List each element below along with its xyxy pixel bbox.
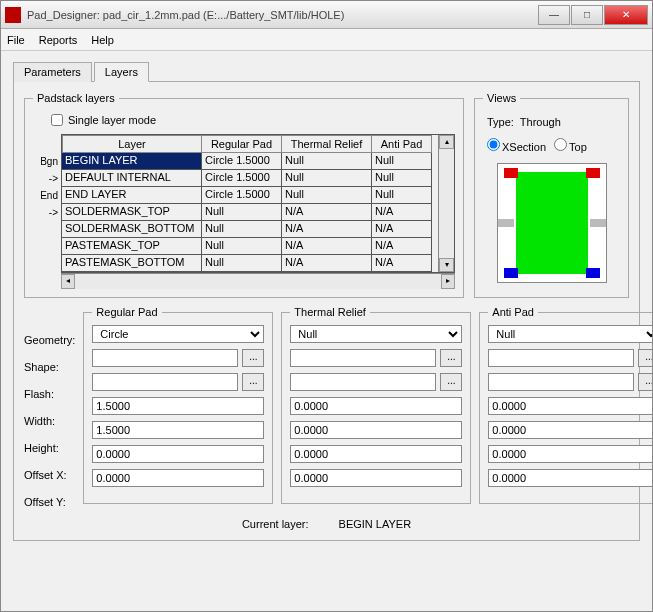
thermal-width-input[interactable]: [290, 397, 462, 415]
single-layer-checkbox[interactable]: Single layer mode: [51, 114, 455, 126]
scroll-up-icon[interactable]: ▴: [439, 135, 454, 149]
regular-width-input[interactable]: [92, 397, 264, 415]
thermal-shape-input[interactable]: [290, 349, 436, 367]
tabs: Parameters Layers: [13, 62, 640, 82]
regular-flash-input[interactable]: [92, 373, 238, 391]
regular-height-input[interactable]: [92, 421, 264, 439]
titlebar: Pad_Designer: pad_cir_1.2mm.pad (E:.../B…: [1, 1, 652, 29]
menubar: File Reports Help: [1, 29, 652, 51]
minimize-button[interactable]: —: [538, 5, 570, 25]
thermal-relief-group: Thermal Relief Null ... ...: [281, 306, 471, 504]
anti-offy-input[interactable]: [488, 469, 652, 487]
regular-shape-browse[interactable]: ...: [242, 349, 264, 367]
scroll-left-icon[interactable]: ◂: [61, 274, 75, 289]
scroll-down-icon[interactable]: ▾: [439, 258, 454, 272]
xsection-preview: [497, 163, 607, 283]
row-labels: Bgn -> End ->: [33, 134, 61, 273]
grid-headers: Layer Regular Pad Thermal Relief Anti Pa…: [62, 135, 438, 153]
table-row[interactable]: SOLDERMASK_BOTTOMNullN/AN/A: [62, 221, 438, 238]
window-title: Pad_Designer: pad_cir_1.2mm.pad (E:.../B…: [27, 9, 538, 21]
app-icon: [5, 7, 21, 23]
views-group: Views Type: Through XSection Top: [474, 92, 629, 298]
thermal-height-input[interactable]: [290, 421, 462, 439]
horizontal-scrollbar[interactable]: ◂ ▸: [61, 273, 455, 289]
tab-parameters[interactable]: Parameters: [13, 62, 92, 82]
anti-width-input[interactable]: [488, 397, 652, 415]
menu-reports[interactable]: Reports: [39, 34, 78, 46]
regular-geometry-select[interactable]: Circle: [92, 325, 264, 343]
regular-shape-input[interactable]: [92, 349, 238, 367]
maximize-button[interactable]: □: [571, 5, 603, 25]
menu-help[interactable]: Help: [91, 34, 114, 46]
thermal-shape-browse[interactable]: ...: [440, 349, 462, 367]
tab-panel: Padstack layers Single layer mode Bgn ->…: [13, 81, 640, 541]
vertical-scrollbar[interactable]: ▴ ▾: [438, 135, 454, 272]
field-labels: Geometry: Shape: Flash: Width: Height: O…: [24, 306, 75, 512]
tab-layers[interactable]: Layers: [94, 62, 149, 82]
anti-flash-browse[interactable]: ...: [638, 373, 652, 391]
anti-offx-input[interactable]: [488, 445, 652, 463]
regular-offx-input[interactable]: [92, 445, 264, 463]
regular-flash-browse[interactable]: ...: [242, 373, 264, 391]
padstack-layers-group: Padstack layers Single layer mode Bgn ->…: [24, 92, 464, 298]
regular-pad-group: Regular Pad Circle ... ...: [83, 306, 273, 504]
layers-grid[interactable]: Layer Regular Pad Thermal Relief Anti Pa…: [61, 134, 455, 273]
table-row[interactable]: DEFAULT INTERNALCircle 1.5000NullNull: [62, 170, 438, 187]
thermal-geometry-select[interactable]: Null: [290, 325, 462, 343]
current-layer: Current layer:BEGIN LAYER: [24, 518, 629, 530]
anti-flash-input[interactable]: [488, 373, 634, 391]
table-row[interactable]: PASTEMASK_BOTTOMNullN/AN/A: [62, 255, 438, 272]
table-row[interactable]: END LAYERCircle 1.5000NullNull: [62, 187, 438, 204]
padstack-legend: Padstack layers: [33, 92, 119, 104]
anti-geometry-select[interactable]: Null: [488, 325, 652, 343]
anti-pad-group: Anti Pad Null ... ...: [479, 306, 652, 504]
table-row[interactable]: BEGIN LAYERCircle 1.5000NullNull: [62, 153, 438, 170]
table-row[interactable]: PASTEMASK_TOPNullN/AN/A: [62, 238, 438, 255]
client-area: Parameters Layers Padstack layers Single…: [1, 51, 652, 611]
thermal-offx-input[interactable]: [290, 445, 462, 463]
anti-shape-browse[interactable]: ...: [638, 349, 652, 367]
anti-shape-input[interactable]: [488, 349, 634, 367]
thermal-flash-input[interactable]: [290, 373, 436, 391]
radio-top[interactable]: Top: [554, 138, 587, 153]
anti-height-input[interactable]: [488, 421, 652, 439]
single-layer-input[interactable]: [51, 114, 63, 126]
views-legend: Views: [483, 92, 520, 104]
menu-file[interactable]: File: [7, 34, 25, 46]
window-buttons: — □ ✕: [538, 5, 648, 25]
thermal-offy-input[interactable]: [290, 469, 462, 487]
close-button[interactable]: ✕: [604, 5, 648, 25]
table-row[interactable]: SOLDERMASK_TOPNullN/AN/A: [62, 204, 438, 221]
radio-xsection[interactable]: XSection: [487, 138, 546, 153]
regular-offy-input[interactable]: [92, 469, 264, 487]
scroll-right-icon[interactable]: ▸: [441, 274, 455, 289]
app-window: Pad_Designer: pad_cir_1.2mm.pad (E:.../B…: [0, 0, 653, 612]
thermal-flash-browse[interactable]: ...: [440, 373, 462, 391]
